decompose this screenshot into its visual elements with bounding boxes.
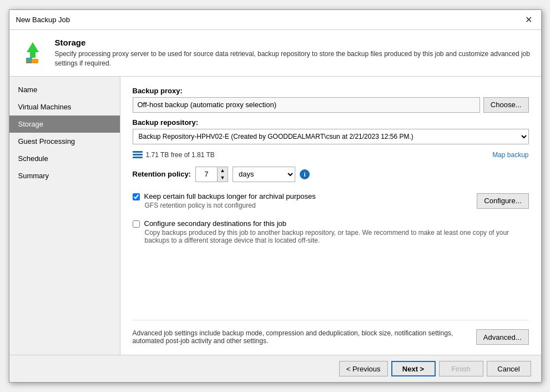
close-button[interactable]: ✕ bbox=[523, 14, 534, 26]
choose-proxy-button[interactable]: Choose... bbox=[483, 97, 529, 113]
storage-free-text: 1.71 TB free of 1.81 TB bbox=[146, 151, 215, 159]
retention-policy-row: Retention policy: ▲ ▼ days restore point… bbox=[133, 167, 529, 182]
finish-button[interactable]: Finish bbox=[439, 361, 483, 376]
backup-repository-row: Backup Repository-HPHV02-E (Created by G… bbox=[133, 129, 529, 144]
backup-repository-label: Backup repository: bbox=[133, 118, 529, 127]
dialog: New Backup Job ✕ Storage Specify process… bbox=[9, 9, 542, 383]
advanced-text: Advanced job settings include backup mod… bbox=[133, 329, 467, 345]
header-title: Storage bbox=[55, 38, 531, 47]
secondary-destinations-desc: Copy backups produced by this job to ano… bbox=[145, 229, 529, 244]
spacer bbox=[133, 250, 529, 314]
keep-backups-row: Keep certain full backups longer for arc… bbox=[133, 192, 471, 200]
backup-proxy-group: Backup proxy: Choose... bbox=[133, 87, 529, 113]
header-text: Storage Specify processing proxy server … bbox=[55, 38, 531, 68]
keep-backups-section: Keep certain full backups longer for arc… bbox=[133, 192, 471, 209]
sidebar-item-storage[interactable]: Storage bbox=[9, 115, 120, 133]
storage-icon bbox=[19, 38, 46, 64]
secondary-destinations-section: Configure secondary destinations for thi… bbox=[133, 219, 529, 244]
sidebar-item-virtual-machines[interactable]: Virtual Machines bbox=[9, 98, 120, 115]
next-button[interactable]: Next > bbox=[391, 361, 436, 376]
spinbox-down-button[interactable]: ▼ bbox=[218, 174, 228, 182]
svg-marker-0 bbox=[27, 42, 39, 58]
storage-info: 1.71 TB free of 1.81 TB Map backup bbox=[133, 151, 529, 159]
retention-unit-select[interactable]: days restore points bbox=[233, 167, 295, 182]
retention-spinbox: ▲ ▼ bbox=[195, 167, 228, 182]
advanced-button[interactable]: Advanced... bbox=[476, 329, 529, 345]
map-backup-link[interactable]: Map backup bbox=[492, 151, 528, 159]
secondary-destinations-row: Configure secondary destinations for thi… bbox=[133, 219, 529, 228]
backup-proxy-row: Choose... bbox=[133, 97, 529, 113]
sidebar-item-summary[interactable]: Summary bbox=[9, 167, 120, 184]
secondary-destinations-checkbox[interactable] bbox=[133, 220, 140, 228]
header-description: Specify processing proxy server to be us… bbox=[55, 49, 531, 68]
advanced-area: Advanced job settings include backup mod… bbox=[133, 320, 529, 345]
info-icon[interactable]: i bbox=[300, 169, 310, 179]
backup-proxy-label: Backup proxy: bbox=[133, 87, 529, 95]
svg-rect-5 bbox=[26, 59, 31, 62]
sidebar-item-name[interactable]: Name bbox=[9, 81, 120, 98]
retention-label: Retention policy: bbox=[133, 170, 191, 178]
previous-button[interactable]: < Previous bbox=[339, 361, 388, 376]
title-bar: New Backup Job ✕ bbox=[9, 10, 541, 30]
storage-info-left: 1.71 TB free of 1.81 TB bbox=[133, 151, 215, 159]
body-area: Name Virtual Machines Storage Guest Proc… bbox=[9, 77, 541, 355]
dialog-title: New Backup Job bbox=[16, 16, 70, 24]
sidebar-item-guest-processing[interactable]: Guest Processing bbox=[9, 133, 120, 150]
keep-backups-checkbox[interactable] bbox=[133, 193, 140, 200]
spinbox-arrows: ▲ ▼ bbox=[217, 167, 228, 182]
sidebar: Name Virtual Machines Storage Guest Proc… bbox=[9, 77, 120, 355]
main-content: Backup proxy: Choose... Backup repositor… bbox=[120, 77, 541, 355]
header-area: Storage Specify processing proxy server … bbox=[9, 30, 541, 77]
sidebar-item-schedule[interactable]: Schedule bbox=[9, 150, 120, 167]
backup-repository-group: Backup repository: Backup Repository-HPH… bbox=[133, 118, 529, 144]
retention-value-input[interactable] bbox=[196, 167, 217, 182]
storage-stack-icon bbox=[133, 151, 143, 158]
footer: < Previous Next > Finish Cancel bbox=[9, 355, 541, 382]
spinbox-up-button[interactable]: ▲ bbox=[218, 167, 228, 174]
configure-button[interactable]: Configure... bbox=[477, 193, 528, 209]
gfs-policy-text: GFS retention policy is not configured bbox=[145, 202, 471, 209]
secondary-destinations-label: Configure secondary destinations for thi… bbox=[144, 219, 287, 228]
svg-rect-4 bbox=[32, 59, 38, 63]
backup-repository-select[interactable]: Backup Repository-HPHV02-E (Created by G… bbox=[133, 129, 529, 144]
backup-proxy-input[interactable] bbox=[133, 97, 480, 113]
keep-backups-label: Keep certain full backups longer for arc… bbox=[144, 192, 316, 200]
cancel-button[interactable]: Cancel bbox=[487, 361, 531, 376]
